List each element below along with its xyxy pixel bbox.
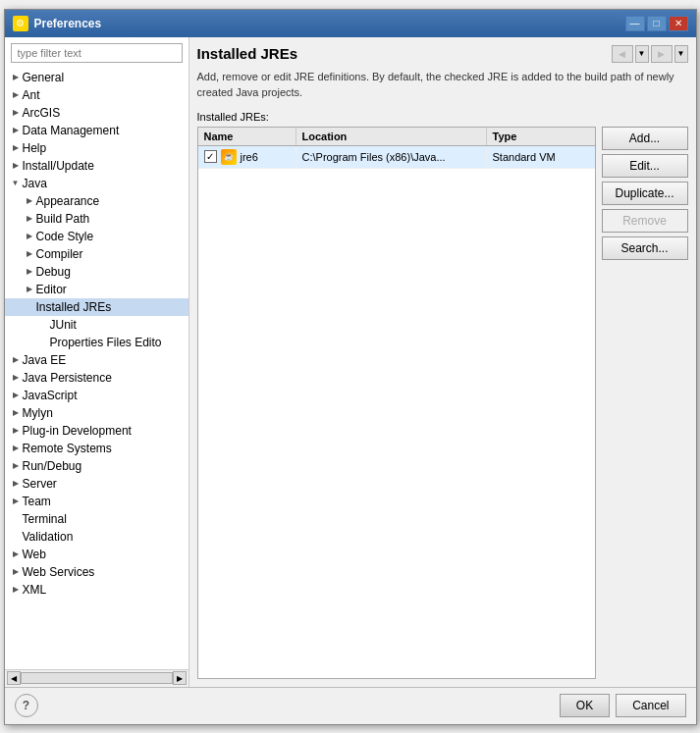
- tree-item-install-update[interactable]: ▶Install/Update: [5, 157, 188, 175]
- label-compiler: Compiler: [36, 247, 83, 261]
- tree-item-web-services[interactable]: ▶Web Services: [5, 563, 188, 581]
- arrow-code-style: ▶: [23, 232, 36, 240]
- tree-item-general[interactable]: ▶General: [5, 69, 188, 86]
- filter-input[interactable]: [11, 43, 183, 63]
- label-plug-in-development: Plug-in Development: [23, 424, 132, 438]
- search-button[interactable]: Search...: [602, 236, 688, 260]
- label-editor: Editor: [36, 283, 67, 296]
- label-debug: Debug: [36, 265, 71, 279]
- scroll-thumb[interactable]: [21, 672, 173, 684]
- arrow-mylyn: ▶: [9, 408, 23, 417]
- tree-item-help[interactable]: ▶Help: [5, 139, 188, 157]
- col-header-type: Type: [487, 128, 595, 145]
- arrow-debug: ▶: [23, 267, 36, 276]
- tree-item-junit[interactable]: JUnit: [5, 316, 188, 334]
- jre-table-area: Name Location Type ☕ jre6 C:\Program Fil…: [197, 127, 688, 679]
- tree-item-plug-in-development[interactable]: ▶Plug-in Development: [5, 422, 188, 440]
- row-location-cell: C:\Program Files (x86)\Java...: [296, 148, 487, 166]
- jre-checkbox[interactable]: [204, 150, 217, 163]
- tree-item-team[interactable]: ▶Team: [5, 493, 188, 510]
- right-header: Installed JREs ◀ ▼ ▶ ▼: [197, 45, 688, 63]
- tree-item-remote-systems[interactable]: ▶Remote Systems: [5, 440, 188, 457]
- label-javascript: JavaScript: [23, 389, 78, 402]
- cancel-button[interactable]: Cancel: [616, 694, 685, 717]
- table-row[interactable]: ☕ jre6 C:\Program Files (x86)\Java... St…: [198, 146, 595, 169]
- help-button[interactable]: ?: [15, 694, 38, 717]
- panel-title: Installed JREs: [197, 45, 298, 62]
- label-help: Help: [23, 141, 47, 155]
- row-name-cell: ☕ jre6: [198, 146, 296, 168]
- title-bar-left: ⚙ Preferences: [13, 16, 102, 31]
- label-code-style: Code Style: [36, 230, 94, 243]
- nav-back-dropdown[interactable]: ▼: [635, 45, 649, 63]
- nav-back-button[interactable]: ◀: [612, 45, 633, 63]
- action-buttons: Add... Edit... Duplicate... Remove Searc…: [602, 127, 688, 679]
- nav-forward-button[interactable]: ▶: [651, 45, 673, 63]
- tree-item-java[interactable]: ▼Java: [5, 175, 188, 192]
- tree-item-appearance[interactable]: ▶Appearance: [5, 192, 188, 210]
- tree-item-debug[interactable]: ▶Debug: [5, 263, 188, 281]
- add-button[interactable]: Add...: [602, 127, 688, 150]
- tree-item-java-persistence[interactable]: ▶Java Persistence: [5, 369, 188, 387]
- arrow-general: ▶: [9, 73, 23, 81]
- tree-item-properties-files-editor[interactable]: Properties Files Edito: [5, 334, 188, 351]
- arrow-arcgis: ▶: [9, 108, 23, 117]
- horizontal-scrollbar: ◀ ▶: [5, 669, 188, 687]
- arrow-compiler: ▶: [23, 249, 36, 258]
- tree-item-terminal[interactable]: Terminal: [5, 510, 188, 528]
- arrow-editor: ▶: [23, 285, 36, 293]
- label-xml: XML: [23, 583, 47, 597]
- tree-item-build-path[interactable]: ▶Build Path: [5, 210, 188, 228]
- edit-button[interactable]: Edit...: [602, 154, 688, 178]
- label-general: General: [23, 71, 65, 84]
- label-terminal: Terminal: [23, 512, 67, 526]
- scroll-right-arrow[interactable]: ▶: [173, 671, 187, 685]
- ok-button[interactable]: OK: [560, 694, 610, 717]
- duplicate-button[interactable]: Duplicate...: [602, 182, 688, 205]
- col-header-name: Name: [198, 128, 296, 145]
- tree-item-mylyn[interactable]: ▶Mylyn: [5, 404, 188, 422]
- tree-item-server[interactable]: ▶Server: [5, 475, 188, 493]
- col-header-location: Location: [296, 128, 487, 145]
- tree-item-arcgis[interactable]: ▶ArcGIS: [5, 104, 188, 122]
- remove-button[interactable]: Remove: [602, 209, 688, 233]
- label-mylyn: Mylyn: [23, 406, 53, 420]
- tree-item-java-ee[interactable]: ▶Java EE: [5, 351, 188, 369]
- minimize-button[interactable]: —: [625, 16, 645, 31]
- right-panel: Installed JREs ◀ ▼ ▶ ▼ Add, remove or ed…: [189, 37, 696, 687]
- scroll-left-arrow[interactable]: ◀: [7, 671, 21, 685]
- maximize-button[interactable]: □: [647, 16, 667, 31]
- title-bar: ⚙ Preferences — □ ✕: [5, 10, 696, 37]
- label-web-services: Web Services: [23, 565, 95, 579]
- arrow-team: ▶: [9, 497, 23, 505]
- arrow-appearance: ▶: [23, 196, 36, 205]
- arrow-java-persistence: ▶: [9, 373, 23, 382]
- row-type-cell: Standard VM: [487, 148, 595, 166]
- label-java-persistence: Java Persistence: [23, 371, 112, 385]
- nav-forward-dropdown[interactable]: ▼: [674, 45, 688, 63]
- nav-arrows: ◀ ▼ ▶ ▼: [612, 45, 688, 63]
- label-properties-files-editor: Properties Files Edito: [50, 336, 162, 349]
- tree-item-xml[interactable]: ▶XML: [5, 581, 188, 599]
- label-java-ee: Java EE: [23, 353, 67, 367]
- arrow-xml: ▶: [9, 585, 23, 594]
- tree-item-validation[interactable]: Validation: [5, 528, 188, 546]
- tree-item-data-management[interactable]: ▶Data Management: [5, 122, 188, 139]
- tree-item-javascript[interactable]: ▶JavaScript: [5, 387, 188, 404]
- tree-item-installed-jres[interactable]: Installed JREs: [5, 298, 188, 316]
- window-title: Preferences: [34, 17, 102, 30]
- tree-item-editor[interactable]: ▶Editor: [5, 281, 188, 298]
- close-button[interactable]: ✕: [669, 16, 688, 31]
- tree-item-code-style[interactable]: ▶Code Style: [5, 228, 188, 245]
- tree-item-run-debug[interactable]: ▶Run/Debug: [5, 457, 188, 475]
- tree-item-ant[interactable]: ▶Ant: [5, 86, 188, 104]
- tree-item-web[interactable]: ▶Web: [5, 546, 188, 563]
- table-header: Name Location Type: [198, 128, 595, 146]
- jre-icon: ☕: [221, 149, 237, 165]
- tree-area: ▶General▶Ant▶ArcGIS▶Data Management▶Help…: [5, 69, 188, 669]
- arrow-web-services: ▶: [9, 567, 23, 576]
- tree-item-compiler[interactable]: ▶Compiler: [5, 245, 188, 263]
- jre-table: Name Location Type ☕ jre6 C:\Program Fil…: [197, 127, 596, 679]
- label-server: Server: [23, 477, 57, 491]
- arrow-java: ▼: [9, 179, 23, 187]
